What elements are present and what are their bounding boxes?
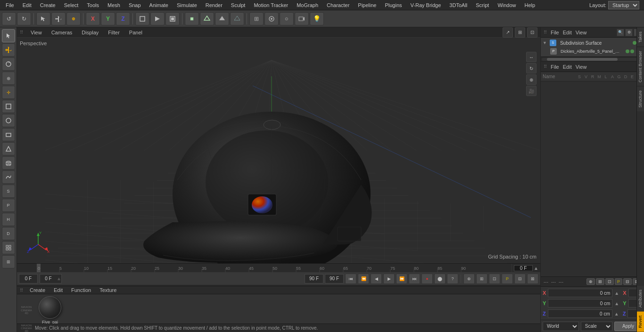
viewport-menu-filter[interactable]: Filter (106, 29, 121, 36)
coords-keys-btn[interactable]: ⊞ (596, 278, 604, 285)
key-help-button[interactable]: ? (447, 274, 458, 284)
all-keys-btn[interactable]: ⊟ (514, 274, 526, 284)
tree-item-subdivision[interactable]: ▼ S Subdivision Surface (541, 39, 644, 47)
sphere-shape[interactable] (2, 114, 15, 127)
right-scrollbar[interactable] (541, 57, 644, 61)
viewport-maximize-button[interactable]: ↗ (503, 27, 513, 38)
viewport-3d[interactable]: Perspective (17, 38, 540, 263)
rotate-tool[interactable] (2, 57, 15, 71)
move-tool-button[interactable] (51, 12, 66, 25)
menu-edit[interactable]: Edit (19, 1, 35, 9)
deform-tool[interactable]: D (2, 227, 15, 240)
box-shape[interactable] (2, 100, 15, 113)
menu-animate[interactable]: Animate (146, 1, 172, 9)
tree-item-cap[interactable]: P Dickies_Albertville_5_Panel_Cap_ (541, 47, 644, 56)
cylinder-shape[interactable] (2, 156, 15, 170)
poly-mode-button[interactable] (215, 12, 229, 25)
goto-start-button[interactable]: ⏮ (345, 274, 356, 284)
menu-create[interactable]: Create (36, 1, 59, 9)
obj-mode-button[interactable] (135, 12, 149, 25)
menu-simulate[interactable]: Simulate (173, 1, 201, 9)
x-pos-field[interactable] (548, 289, 612, 297)
viewport-lock-button[interactable]: ⊡ (527, 27, 537, 38)
scrollbar-thumb[interactable] (547, 58, 618, 61)
attr-file-menu[interactable]: File (551, 64, 559, 70)
timeline-layout-btn[interactable]: ⊠ (527, 274, 538, 284)
menu-motion-tracker[interactable]: Motion Tracker (250, 1, 292, 9)
keys-btn[interactable]: ⊞ (476, 274, 487, 284)
menu-vray[interactable]: V-Ray Bridge (407, 1, 445, 9)
viewport-arrange-button[interactable]: ⊞ (515, 27, 525, 38)
y-pos-field[interactable] (548, 299, 612, 308)
y-axis-button[interactable]: Y (101, 12, 115, 25)
viewport[interactable]: ⠿ View Cameras Display Filter Panel ↗ ⊞ … (17, 27, 540, 263)
sculpt-tool[interactable]: S (2, 185, 15, 198)
goto-end-button[interactable]: ⏭ (409, 274, 420, 284)
world-dropdown[interactable]: World (543, 322, 579, 331)
uvw-mode-button[interactable] (230, 12, 244, 25)
obj-file-menu[interactable]: File (551, 30, 559, 35)
obj-config-btn[interactable]: ⚙ (625, 29, 633, 36)
frame-increment-btn[interactable]: ▲ (534, 266, 538, 271)
vtab-content-browser[interactable]: Content Browser (637, 47, 644, 86)
scale-dropdown[interactable]: Scale (581, 322, 612, 331)
snap-grid-tool[interactable]: ⊞ (2, 255, 15, 268)
select-tool-button[interactable] (36, 12, 50, 25)
menu-render[interactable]: Render (202, 1, 226, 9)
menu-script[interactable]: Script (472, 1, 493, 9)
light-button[interactable]: 💡 (310, 12, 324, 25)
start-frame-field[interactable] (40, 276, 57, 281)
motion-path-btn[interactable]: ⊡ (489, 274, 500, 284)
plane-shape[interactable] (2, 128, 15, 141)
current-frame-display[interactable]: ▲ (512, 264, 540, 272)
menu-sculpt[interactable]: Sculpt (227, 1, 249, 9)
cursor-tool[interactable] (2, 29, 15, 42)
menu-mesh[interactable]: Mesh (104, 1, 124, 9)
render-button[interactable] (165, 12, 180, 25)
attr-view-menu[interactable]: View (576, 64, 587, 70)
redo-button[interactable]: ↻ (17, 12, 31, 25)
x-axis-button[interactable]: X (86, 12, 100, 25)
scale-tool-button[interactable]: ⊕ (66, 12, 81, 25)
material-menu-edit[interactable]: Edit (52, 286, 65, 294)
viewport-menu-display[interactable]: Display (80, 29, 100, 36)
menu-file[interactable]: File (2, 1, 18, 9)
grid-tool[interactable] (2, 241, 15, 254)
viewport-menu-panel[interactable]: Panel (127, 29, 144, 36)
menu-snap[interactable]: Snap (125, 1, 145, 9)
paint-tool[interactable]: P (2, 199, 15, 212)
points-mode-button[interactable] (185, 12, 199, 25)
menu-tools[interactable]: Tools (83, 1, 103, 9)
play-button[interactable]: ▶ (383, 274, 395, 284)
preview-start-field[interactable] (19, 274, 38, 283)
attr-edit-menu[interactable]: Edit (563, 64, 572, 70)
material-menu-texture[interactable]: Texture (98, 286, 118, 294)
coords-snap-btn[interactable]: ⊕ (586, 278, 595, 285)
cone-shape[interactable] (2, 142, 15, 155)
end-frame-field[interactable] (305, 274, 323, 283)
prev-frame-button[interactable]: ⏪ (358, 274, 369, 284)
material-menu-create[interactable]: Create (28, 286, 47, 294)
menu-3dtoall[interactable]: 3DToAll (446, 1, 471, 9)
next-frame-button[interactable]: ⏩ (396, 274, 407, 284)
vtab-revert[interactable]: Revert (637, 312, 644, 332)
coords-more-btn[interactable]: ⊡ (605, 278, 614, 285)
snap-settings-button[interactable] (264, 12, 279, 25)
auto-key-button[interactable]: ⬤ (434, 274, 446, 284)
move-vp-button[interactable]: ↔ (526, 52, 537, 62)
obj-view-menu[interactable]: View (576, 30, 587, 35)
menu-help[interactable]: Help (521, 1, 539, 9)
camera-button[interactable] (295, 12, 309, 25)
obj-edit-menu[interactable]: Edit (563, 30, 572, 35)
timeline-ruler[interactable]: 0 5 10 15 20 25 30 35 40 45 50 55 60 65 … (17, 264, 540, 272)
viewport-menu-view[interactable]: View (29, 29, 44, 36)
anim-record-button[interactable] (150, 12, 165, 25)
edges-mode-button[interactable] (200, 12, 214, 25)
vtab-structure[interactable]: Structure (637, 86, 644, 112)
menu-select[interactable]: Select (60, 1, 83, 9)
rotate-vp-button[interactable]: ↻ (526, 63, 537, 73)
material-menu-function[interactable]: Function (69, 286, 93, 294)
scale-tool[interactable]: ⊕ (2, 72, 15, 85)
spline-tool[interactable] (2, 170, 15, 184)
zoom-vp-button[interactable]: ⊕ (526, 74, 537, 85)
